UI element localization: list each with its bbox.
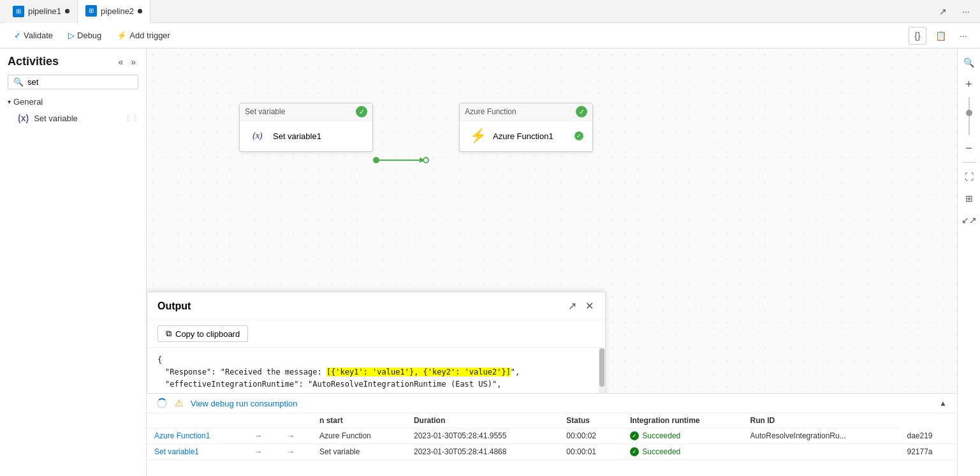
node-set-variable-header: Set variable ✓ <box>240 103 372 121</box>
cell-arrow-in: → <box>247 444 279 460</box>
cell-arrow-out: → <box>279 444 312 460</box>
view-debug-link[interactable]: View debug run consumption <box>191 399 297 408</box>
copy-label: Copy to clipboard <box>175 329 240 339</box>
col-name <box>147 413 247 428</box>
pipeline-icon: ⊞ <box>13 6 24 17</box>
bottom-status-row: ⚠ View debug run consumption <box>157 398 297 409</box>
collapse-sidebar-btn[interactable]: « <box>115 56 126 68</box>
output-line3: "effectiveIntegrationRuntime": "AutoReso… <box>157 378 595 390</box>
azure-function-node-icon: ⚡ <box>469 127 486 145</box>
cell-duration: 00:00:02 <box>559 428 622 444</box>
more-options-tab-btn[interactable]: ··· <box>957 3 975 20</box>
tab-pipeline1[interactable]: ⊞ pipeline1 <box>5 0 78 23</box>
node-azure-function-header: Azure Function ✓ <box>460 103 592 121</box>
search-canvas-btn[interactable]: 🔍 <box>960 54 978 71</box>
debug-table: n start Duration Status Integration runt… <box>147 413 957 460</box>
output-line2: "Response": "Received the message: [{'ke… <box>157 366 595 378</box>
cell-duration: 00:00:01 <box>559 444 622 460</box>
node-azure-function[interactable]: Azure Function ✓ ⚡ Azure Function1 ✓ <box>459 103 593 152</box>
cell-runid: 92177a <box>899 444 957 460</box>
sidebar-item-label: Set variable <box>34 114 78 123</box>
debug-icon: ▷ <box>68 31 75 40</box>
cell-type: Azure Function <box>312 428 406 444</box>
svg-point-0 <box>373 157 379 163</box>
sidebar-item-set-variable[interactable]: (x) Set variable ⋮⋮ <box>0 109 146 127</box>
col-status: Status <box>559 413 622 428</box>
zoom-slider <box>969 97 970 135</box>
bottom-panel-header: ⚠ View debug run consumption ▲ <box>147 394 957 413</box>
output-header: Output ↗ ✕ <box>147 292 605 320</box>
debug-table-area: n start Duration Status Integration runt… <box>147 413 957 460</box>
toolbar-right: {} 📋 ··· <box>909 27 972 45</box>
node-azure-function-check: ✓ <box>576 106 587 117</box>
svg-point-3 <box>423 158 428 163</box>
node-set-variable-body-label: Set variable1 <box>273 131 321 141</box>
set-variable-node-icon: (x) <box>249 127 267 145</box>
output-scrollbar-thumb <box>599 348 604 387</box>
zoom-divider <box>963 162 976 163</box>
section-general-label: General <box>13 97 43 107</box>
node-azure-function-check2: ✓ <box>574 131 583 140</box>
node-set-variable-check: ✓ <box>356 106 367 117</box>
node-azure-function-header-label: Azure Function <box>465 107 516 116</box>
tab-unsaved-dot <box>65 9 69 13</box>
node-set-variable-header-label: Set variable <box>245 107 285 116</box>
debug-button[interactable]: ▷ Debug <box>62 28 108 43</box>
zoom-out-btn[interactable]: − <box>960 139 978 157</box>
sidebar-header: Activities « » <box>0 48 146 72</box>
code-view-button[interactable]: {} <box>909 27 926 45</box>
add-trigger-icon: ⚡ <box>117 31 127 40</box>
cell-runtime <box>743 444 900 460</box>
close-output-btn[interactable]: ✕ <box>584 299 595 313</box>
tab-unsaved-dot-2 <box>138 9 142 13</box>
output-highlight: [{'key1': 'value1'}, {'key2': 'value2'}] <box>326 368 511 376</box>
chevron-down-icon: ▾ <box>8 98 11 105</box>
cell-name[interactable]: Azure Function1 <box>147 428 247 444</box>
sidebar-controls: « » <box>115 56 138 68</box>
validate-label: Validate <box>24 31 53 40</box>
search-input[interactable] <box>27 77 133 87</box>
validate-icon: ✓ <box>14 31 21 40</box>
zoom-in-btn[interactable]: + <box>960 75 978 93</box>
chevron-up-icon[interactable]: ▲ <box>939 399 947 408</box>
col-runid: Run ID <box>743 413 900 428</box>
node-azure-function-body: ⚡ Azure Function1 ✓ <box>460 121 592 151</box>
node-azure-function-body-label: Azure Function1 <box>493 131 553 141</box>
tab-pipeline1-label: pipeline1 <box>28 6 61 16</box>
cell-status: ✓ Succeeded <box>622 428 742 444</box>
node-set-variable-body: (x) Set variable1 <box>240 121 372 151</box>
output-toolbar: ⧉ Copy to clipboard <box>147 320 605 348</box>
status-check-icon: ✓ <box>630 431 639 440</box>
expand-sidebar-btn[interactable]: » <box>128 56 138 68</box>
fit-to-selection-btn[interactable]: ⊞ <box>960 190 978 207</box>
cell-runtime: AutoResolveIntegrationRu... <box>743 428 900 444</box>
table-row: Azure Function1 → → Azure Function 2023-… <box>147 428 957 444</box>
output-title: Output <box>157 301 191 312</box>
node-set-variable[interactable]: Set variable ✓ (x) Set variable1 <box>239 103 373 152</box>
expand-output-btn[interactable]: ↗ <box>567 299 578 313</box>
copy-clipboard-btn[interactable]: ⧉ Copy to clipboard <box>157 325 248 342</box>
tab-bar-right: ↗ ··· <box>934 3 975 20</box>
expand-icon-btn[interactable]: ↗ <box>934 3 952 20</box>
add-trigger-label: Add trigger <box>129 31 170 40</box>
cell-name[interactable]: Set variable1 <box>147 444 247 460</box>
tab-pipeline2[interactable]: ⊞ pipeline2 <box>78 0 150 23</box>
sidebar-section-general[interactable]: ▾ General <box>0 94 146 109</box>
add-trigger-button[interactable]: ⚡ Add trigger <box>110 28 177 43</box>
col-start: n start <box>312 413 406 428</box>
sidebar: Activities « » 🔍 ▾ General (x) Set varia… <box>0 48 147 476</box>
more-options-toolbar-btn[interactable]: ··· <box>954 27 972 45</box>
col-type <box>279 413 312 428</box>
validate-button[interactable]: ✓ Validate <box>8 28 59 43</box>
loading-spinner <box>157 398 167 408</box>
cell-type: Set variable <box>312 444 406 460</box>
fit-to-window-btn[interactable]: ⛶ <box>960 168 978 186</box>
col-arrow1 <box>247 413 279 428</box>
properties-button[interactable]: 📋 <box>932 27 949 45</box>
cell-runid: dae219 <box>899 428 957 444</box>
collapse-btn[interactable]: ↙↗ <box>960 211 978 229</box>
warning-icon: ⚠ <box>175 398 183 409</box>
status-check-icon: ✓ <box>630 447 639 456</box>
search-icon: 🔍 <box>13 77 24 87</box>
svg-marker-2 <box>420 158 426 163</box>
